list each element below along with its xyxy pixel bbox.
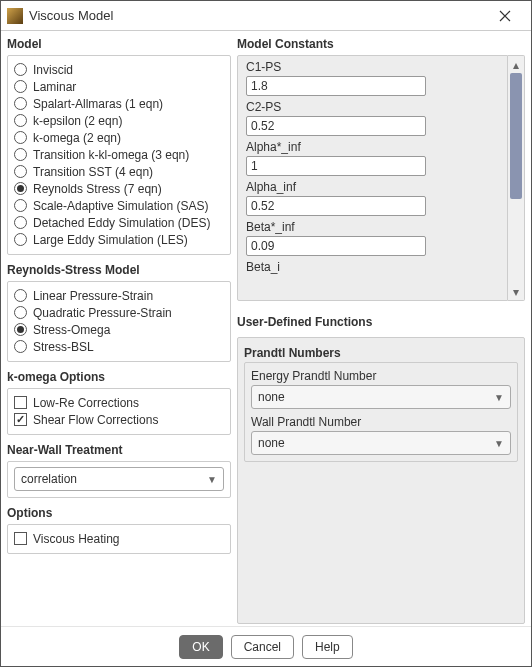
model-label: Inviscid <box>33 63 73 77</box>
radio-icon <box>14 97 27 110</box>
app-icon <box>7 8 23 24</box>
energy-prandtl-label: Energy Prandtl Number <box>251 369 511 383</box>
button-bar: OK Cancel Help <box>1 626 531 666</box>
model-label: Transition k-kl-omega (3 eqn) <box>33 148 189 162</box>
checkbox-icon <box>14 532 27 545</box>
constant-item: Alpha_inf0.52 <box>246 180 499 216</box>
chevron-down-icon: ▼ <box>207 474 217 485</box>
checkbox-icon <box>14 396 27 409</box>
radio-icon <box>14 182 27 195</box>
model-option[interactable]: Inviscid <box>14 61 224 78</box>
scroll-down-icon[interactable]: ▾ <box>508 283 524 300</box>
udf-heading: User-Defined Functions <box>237 315 525 329</box>
constant-item: Alpha*_inf1 <box>246 140 499 176</box>
constant-field[interactable]: 1 <box>246 156 426 176</box>
model-option[interactable]: Reynolds Stress (7 eqn) <box>14 180 224 197</box>
constants-panel: C1-PS1.8C2-PS0.52Alpha*_inf1Alpha_inf0.5… <box>237 55 508 301</box>
radio-icon <box>14 165 27 178</box>
radio-icon <box>14 216 27 229</box>
radio-icon <box>14 306 27 319</box>
wall-prandtl-label: Wall Prandtl Number <box>251 415 511 429</box>
rsm-label: Linear Pressure-Strain <box>33 289 153 303</box>
constant-field[interactable]: 0.52 <box>246 196 426 216</box>
viscous-model-dialog: Viscous Model Model InviscidLaminarSpala… <box>0 0 532 667</box>
energy-prandtl-value: none <box>258 390 285 404</box>
rsm-group: Linear Pressure-StrainQuadratic Pressure… <box>7 281 231 362</box>
model-label: Large Eddy Simulation (LES) <box>33 233 188 247</box>
radio-icon <box>14 114 27 127</box>
model-option[interactable]: k-omega (2 eqn) <box>14 129 224 146</box>
ok-button[interactable]: OK <box>179 635 222 659</box>
model-option[interactable]: Detached Eddy Simulation (DES) <box>14 214 224 231</box>
radio-icon <box>14 340 27 353</box>
constant-field[interactable]: 1.8 <box>246 76 426 96</box>
chevron-down-icon: ▼ <box>494 438 504 449</box>
komega-option[interactable]: Low-Re Corrections <box>14 394 224 411</box>
constant-label: Beta_i <box>246 260 499 274</box>
constant-field[interactable]: 0.09 <box>246 236 426 256</box>
nearwall-combo[interactable]: correlation ▼ <box>14 467 224 491</box>
close-icon <box>499 10 511 22</box>
close-button[interactable] <box>485 2 525 30</box>
scroll-up-icon[interactable]: ▴ <box>508 56 524 73</box>
options-label: Viscous Heating <box>33 532 120 546</box>
rsm-label: Stress-Omega <box>33 323 110 337</box>
model-option[interactable]: Transition SST (4 eqn) <box>14 163 224 180</box>
model-label: Scale-Adaptive Simulation (SAS) <box>33 199 208 213</box>
model-label: Detached Eddy Simulation (DES) <box>33 216 210 230</box>
rsm-option[interactable]: Quadratic Pressure-Strain <box>14 304 224 321</box>
constant-label: C1-PS <box>246 60 499 74</box>
prandtl-heading: Prandtl Numbers <box>244 346 518 360</box>
scroll-thumb[interactable] <box>510 73 522 199</box>
radio-icon <box>14 80 27 93</box>
constant-item: Beta*_inf0.09 <box>246 220 499 256</box>
constant-label: Alpha_inf <box>246 180 499 194</box>
window-title: Viscous Model <box>29 8 113 23</box>
wall-prandtl-select[interactable]: none ▼ <box>251 431 511 455</box>
constant-label: Beta*_inf <box>246 220 499 234</box>
model-label: k-epsilon (2 eqn) <box>33 114 122 128</box>
model-label: Spalart-Allmaras (1 eqn) <box>33 97 163 111</box>
rsm-option[interactable]: Stress-Omega <box>14 321 224 338</box>
options-option[interactable]: Viscous Heating <box>14 530 224 547</box>
model-option[interactable]: Large Eddy Simulation (LES) <box>14 231 224 248</box>
constants-scrollbar[interactable]: ▴ ▾ <box>508 55 525 301</box>
udf-panel: Prandtl Numbers Energy Prandtl Number no… <box>237 337 525 624</box>
model-option[interactable]: Spalart-Allmaras (1 eqn) <box>14 95 224 112</box>
constant-field[interactable]: 0.52 <box>246 116 426 136</box>
rsm-label: Stress-BSL <box>33 340 94 354</box>
model-label: Reynolds Stress (7 eqn) <box>33 182 162 196</box>
wall-prandtl-value: none <box>258 436 285 450</box>
cancel-button[interactable]: Cancel <box>231 635 294 659</box>
help-button[interactable]: Help <box>302 635 353 659</box>
komega-heading: k-omega Options <box>7 370 231 384</box>
chevron-down-icon: ▼ <box>494 392 504 403</box>
model-option[interactable]: Transition k-kl-omega (3 eqn) <box>14 146 224 163</box>
constants-heading: Model Constants <box>237 37 525 51</box>
model-option[interactable]: Scale-Adaptive Simulation (SAS) <box>14 197 224 214</box>
komega-option[interactable]: Shear Flow Corrections <box>14 411 224 428</box>
model-label: Laminar <box>33 80 76 94</box>
prandtl-group: Energy Prandtl Number none ▼ Wall Prandt… <box>244 362 518 462</box>
rsm-option[interactable]: Linear Pressure-Strain <box>14 287 224 304</box>
radio-icon <box>14 199 27 212</box>
model-option[interactable]: Laminar <box>14 78 224 95</box>
checkbox-icon <box>14 413 27 426</box>
model-group: InviscidLaminarSpalart-Allmaras (1 eqn)k… <box>7 55 231 255</box>
constant-item: C1-PS1.8 <box>246 60 499 96</box>
radio-icon <box>14 233 27 246</box>
rsm-heading: Reynolds-Stress Model <box>7 263 231 277</box>
constant-label: Alpha*_inf <box>246 140 499 154</box>
radio-icon <box>14 323 27 336</box>
scroll-track[interactable] <box>508 73 524 283</box>
titlebar: Viscous Model <box>1 1 531 31</box>
komega-label: Low-Re Corrections <box>33 396 139 410</box>
rsm-label: Quadratic Pressure-Strain <box>33 306 172 320</box>
rsm-option[interactable]: Stress-BSL <box>14 338 224 355</box>
nearwall-heading: Near-Wall Treatment <box>7 443 231 457</box>
constant-label: C2-PS <box>246 100 499 114</box>
energy-prandtl-select[interactable]: none ▼ <box>251 385 511 409</box>
komega-group: Low-Re CorrectionsShear Flow Corrections <box>7 388 231 435</box>
model-option[interactable]: k-epsilon (2 eqn) <box>14 112 224 129</box>
komega-label: Shear Flow Corrections <box>33 413 158 427</box>
